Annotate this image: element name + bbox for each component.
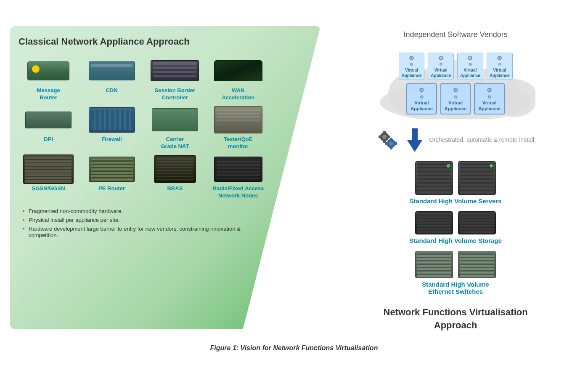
svg-rect-16 [395,142,397,145]
appliance-label-message-router: MessageRouter [37,87,60,101]
va-badge-1: ⚙VirtualAppliance [399,53,425,80]
appliance-label-sgsn: SGSN/GGSN [32,185,65,192]
main-container: Classical Network Appliance Approach Mes… [10,26,578,332]
storage-image-1 [415,211,453,234]
hardware-image-wan [214,60,262,81]
orchestration-text: Orchestrated, automatic & remote install… [429,136,536,144]
appliance-label-radio: Radio/Fixed AccessNetwork Nodes [212,185,264,200]
hardware-image-cgnat [152,108,198,131]
svg-rect-13 [390,138,392,140]
appliance-label-cdn: CDN [106,87,117,94]
hardware-image-sbc [151,60,199,81]
appliance-item-dpi: DPI [19,106,78,150]
bullet-item-3: Hardware development large barrier to en… [23,226,268,238]
svg-rect-11 [379,136,381,138]
gears-section [375,128,400,153]
appliance-item-cgnat: CarrierGrade NAT [145,106,205,150]
svg-rect-9 [383,131,386,133]
switch-image-2 [458,251,496,278]
bullet-item-1: Fragmented non-commodity hardware. [23,208,268,214]
left-panel: Classical Network Appliance Approach Mes… [10,26,320,329]
appliance-label-tester: Tester/QoEmonitor [224,136,252,150]
server-image-1 [415,161,453,195]
va-badge-7: ⚙VirtualAppliance [474,83,505,115]
va-badge-3: ⚙VirtualAppliance [457,53,483,80]
va-badge-5: ⚙VirtualAppliance [406,83,437,115]
hardware-image-message-router [27,61,69,80]
appliance-label-pe-router: PE Router [98,185,125,192]
appliance-item-tester: Tester/QoEmonitor [208,106,268,150]
va-badge-6: ⚙VirtualAppliance [440,83,471,115]
hardware-image-sgsn [23,154,74,184]
orchestration-arrow [407,128,422,152]
appliance-label-wan: WANAcceleration [222,87,254,101]
storage-label: Standard High Volume Storage [409,237,502,244]
svg-rect-10 [383,140,386,143]
servers-section: Standard High Volume Servers [333,161,578,205]
gears-icon [375,128,400,153]
servers-label: Standard High Volume Servers [410,197,502,205]
hardware-image-bras [154,155,196,183]
cloud-section: ⚙VirtualAppliance ⚙VirtualAppliance ⚙Vir… [376,48,535,119]
svg-rect-12 [388,136,390,138]
storage-image-2 [458,211,496,234]
server-image-2 [458,161,496,195]
nfv-title: Network Functions VirtualisationApproach [384,306,528,332]
svg-rect-14 [390,147,392,149]
storage-section: Standard High Volume Storage [333,211,578,244]
isv-title: Independent Software Vendors [404,30,508,39]
right-panel: Independent Software Vendors ⚙VirtualApp… [333,26,578,332]
hardware-image-firewall [89,107,135,133]
switch-image-1 [415,251,453,278]
svg-point-8 [389,141,393,146]
appliance-item-pe-router: PE Router [82,155,141,200]
va-badge-4: ⚙VirtualAppliance [487,53,513,80]
va-badge-2: ⚙VirtualAppliance [428,53,454,80]
appliance-item-firewall: Firewall [82,106,141,150]
appliance-item-message-router: MessageRouter [19,57,78,101]
appliance-label-firewall: Firewall [101,136,122,143]
switches-section: Standard High VolumeEthernet Switches [333,251,578,295]
svg-rect-15 [385,142,388,145]
va-row-1: ⚙VirtualAppliance ⚙VirtualAppliance ⚙Vir… [399,53,513,80]
appliance-grid: MessageRouter CDN Session BorderControll… [19,57,268,200]
appliance-item-cdn: CDN [82,57,141,101]
appliance-label-cgnat: CarrierGrade NAT [161,136,189,150]
appliance-item-sgsn: SGSN/GGSN [19,155,78,200]
bullet-item-2: Physical install per appliance per site. [23,217,268,223]
figure-caption: Figure 1: Vision for Network Functions V… [8,344,580,352]
va-row-2: ⚙VirtualAppliance ⚙VirtualAppliance ⚙Vir… [406,83,505,115]
orchestration-row: Orchestrated, automatic & remote install… [375,128,536,153]
appliance-label-bras: BRAS [167,185,183,192]
hardware-image-pe [89,157,135,182]
left-title: Classical Network Appliance Approach [19,36,268,47]
bullet-list: Fragmented non-commodity hardware. Physi… [19,208,268,238]
hardware-image-tester [214,106,262,133]
appliance-item-wan: WANAcceleration [208,57,268,101]
appliance-item-sbc: Session BorderController [145,57,205,101]
va-badges-container: ⚙VirtualAppliance ⚙VirtualAppliance ⚙Vir… [376,53,535,115]
appliance-item-radio: Radio/Fixed AccessNetwork Nodes [208,155,268,200]
appliance-label-dpi: DPI [44,136,53,143]
switches-label: Standard High VolumeEthernet Switches [422,281,489,295]
hardware-image-dpi [25,112,72,128]
appliance-label-sbc: Session BorderController [155,87,195,101]
svg-point-6 [382,135,387,139]
hardware-image-cdn [89,61,135,80]
appliance-item-bras: BRAS [145,155,205,200]
hardware-image-radio [214,157,262,182]
